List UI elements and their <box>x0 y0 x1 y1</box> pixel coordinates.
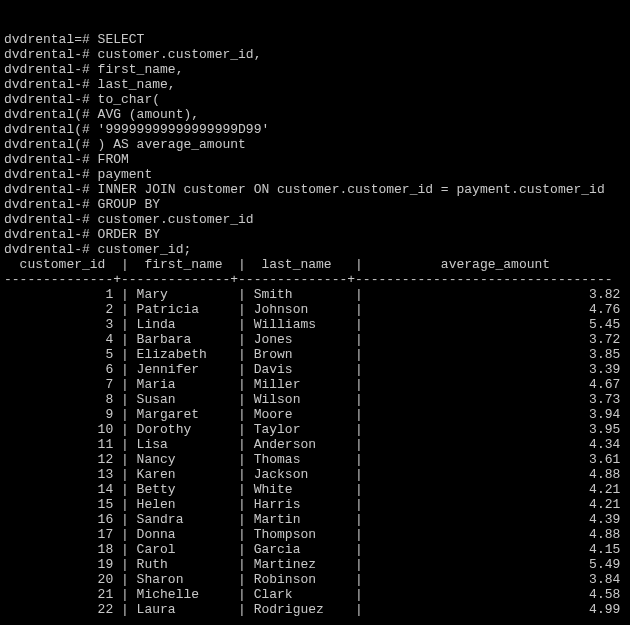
table-row: 20 | Sharon | Robinson | 3.84 <box>4 572 626 587</box>
table-header: customer_id | first_name | last_name | a… <box>4 257 626 272</box>
sql-line: dvdrental(# ) AS average_amount <box>4 137 626 152</box>
table-row: 7 | Maria | Miller | 4.67 <box>4 377 626 392</box>
sql-line: dvdrental-# customer_id; <box>4 242 626 257</box>
sql-query: dvdrental=# SELECTdvdrental-# customer.c… <box>4 32 626 257</box>
table-row: 21 | Michelle | Clark | 4.58 <box>4 587 626 602</box>
table-separator: --------------+--------------+----------… <box>4 272 626 287</box>
terminal-output[interactable]: dvdrental=# SELECTdvdrental-# customer.c… <box>0 30 630 619</box>
table-row: 14 | Betty | White | 4.21 <box>4 482 626 497</box>
sql-line: dvdrental-# to_char( <box>4 92 626 107</box>
sql-line: dvdrental-# payment <box>4 167 626 182</box>
table-row: 8 | Susan | Wilson | 3.73 <box>4 392 626 407</box>
sql-line: dvdrental(# '99999999999999999D99' <box>4 122 626 137</box>
sql-line: dvdrental(# AVG (amount), <box>4 107 626 122</box>
table-body: 1 | Mary | Smith | 3.82 2 | Patricia | J… <box>4 287 626 617</box>
table-row: 3 | Linda | Williams | 5.45 <box>4 317 626 332</box>
table-row: 11 | Lisa | Anderson | 4.34 <box>4 437 626 452</box>
table-row: 19 | Ruth | Martinez | 5.49 <box>4 557 626 572</box>
table-row: 12 | Nancy | Thomas | 3.61 <box>4 452 626 467</box>
table-row: 22 | Laura | Rodriguez | 4.99 <box>4 602 626 617</box>
table-row: 10 | Dorothy | Taylor | 3.95 <box>4 422 626 437</box>
sql-line: dvdrental-# ORDER BY <box>4 227 626 242</box>
table-row: 15 | Helen | Harris | 4.21 <box>4 497 626 512</box>
sql-line: dvdrental-# GROUP BY <box>4 197 626 212</box>
table-row: 1 | Mary | Smith | 3.82 <box>4 287 626 302</box>
table-row: 13 | Karen | Jackson | 4.88 <box>4 467 626 482</box>
table-row: 9 | Margaret | Moore | 3.94 <box>4 407 626 422</box>
table-row: 5 | Elizabeth | Brown | 3.85 <box>4 347 626 362</box>
table-row: 17 | Donna | Thompson | 4.88 <box>4 527 626 542</box>
sql-line: dvdrental-# INNER JOIN customer ON custo… <box>4 182 626 197</box>
sql-line: dvdrental-# customer.customer_id <box>4 212 626 227</box>
table-row: 2 | Patricia | Johnson | 4.76 <box>4 302 626 317</box>
sql-line: dvdrental-# FROM <box>4 152 626 167</box>
sql-line: dvdrental=# SELECT <box>4 32 626 47</box>
sql-line: dvdrental-# customer.customer_id, <box>4 47 626 62</box>
sql-line: dvdrental-# first_name, <box>4 62 626 77</box>
table-row: 16 | Sandra | Martin | 4.39 <box>4 512 626 527</box>
sql-line: dvdrental-# last_name, <box>4 77 626 92</box>
table-row: 4 | Barbara | Jones | 3.72 <box>4 332 626 347</box>
table-row: 6 | Jennifer | Davis | 3.39 <box>4 362 626 377</box>
table-row: 18 | Carol | Garcia | 4.15 <box>4 542 626 557</box>
